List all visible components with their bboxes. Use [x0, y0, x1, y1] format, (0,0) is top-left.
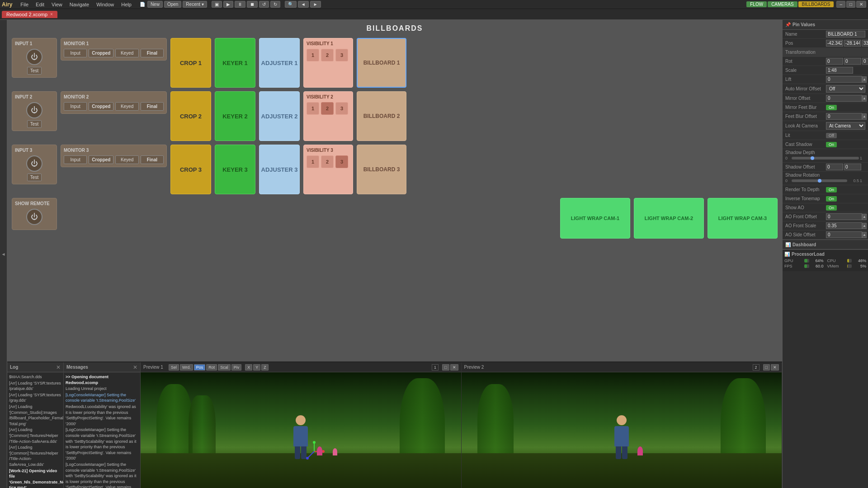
cameras-btn[interactable]: CAMERAS [768, 1, 797, 7]
billboards-btn[interactable]: BILLBOARDS [798, 1, 834, 7]
preview-1-maximize[interactable]: □ [442, 364, 449, 371]
open-button[interactable]: Open [164, 1, 181, 8]
prop-rot-y[interactable] [844, 58, 861, 65]
adjuster-1-block[interactable]: ADJUSTER 1 [259, 38, 300, 88]
menu-file[interactable]: File [17, 2, 32, 7]
toolbar-icon-2[interactable]: ▶ [223, 1, 233, 8]
pos-btn[interactable]: Pos [194, 364, 206, 371]
crop-2-block[interactable]: CROP 2 [170, 91, 211, 141]
left-panel-toggle[interactable]: ◄ [0, 20, 7, 488]
minimize-btn[interactable]: – [836, 1, 845, 8]
prop-cast-shadow-toggle[interactable]: On [826, 142, 837, 147]
z-btn[interactable]: Z [261, 364, 269, 371]
crop-1-block[interactable]: CROP 1 [170, 38, 211, 88]
toolbar-icon-4[interactable]: ⏹ [247, 1, 258, 8]
light-wrap-2-block[interactable]: LIGHT WRAP CAM-2 [634, 198, 704, 239]
maximize-btn[interactable]: □ [846, 1, 855, 8]
keyer-2-block[interactable]: KEYER 2 [215, 91, 255, 141]
prop-auto-mirror-select[interactable]: Off On [826, 85, 865, 93]
toolbar-link-right[interactable]: ► [310, 1, 321, 8]
prop-mirror-feet-blur-toggle[interactable]: On [826, 105, 837, 110]
prop-show-ao-toggle[interactable]: On [826, 205, 837, 211]
monitor-1-input-btn[interactable]: Input [64, 49, 87, 57]
vis-3-btn-3[interactable]: 3 [335, 155, 348, 168]
monitor-3-final-btn[interactable]: Final [141, 155, 164, 164]
recent-button[interactable]: Recent ▾ [183, 1, 207, 8]
toolbar-icon-1[interactable]: ▣ [212, 1, 222, 8]
prop-pos-z[interactable] [862, 40, 868, 47]
x-btn[interactable]: X [245, 364, 252, 371]
toolbar-link-left[interactable]: ◄ [298, 1, 309, 8]
mirror-offset-up-btn[interactable]: ▲ [862, 95, 867, 102]
prop-pos-x[interactable] [826, 40, 843, 47]
preview-2-maximize[interactable]: □ [763, 364, 770, 371]
feet-blur-up-btn[interactable]: ▲ [862, 113, 867, 120]
input-3-test-btn[interactable]: Test [27, 174, 42, 181]
prop-mirror-offset-input[interactable] [826, 95, 862, 102]
shadow-rotation-slider[interactable] [792, 179, 847, 182]
monitor-3-input-btn[interactable]: Input [64, 155, 87, 164]
light-wrap-3-block[interactable]: LIGHT WRAP CAM-3 [708, 198, 778, 239]
toolbar-icon-6[interactable]: ↻ [270, 1, 280, 8]
prop-rot-z[interactable] [862, 58, 868, 65]
shadow-depth-slider[interactable] [792, 157, 859, 160]
monitor-3-cropped-btn[interactable]: Cropped [89, 155, 113, 164]
menu-help[interactable]: Help [118, 2, 135, 7]
new-button[interactable]: New [147, 1, 163, 8]
monitor-1-cropped-btn[interactable]: Cropped [89, 49, 113, 57]
prop-look-at-camera-select[interactable]: At Camera Free [826, 122, 865, 130]
prop-feet-blur-offset-input[interactable] [826, 113, 862, 120]
sel-btn[interactable]: Sel [169, 364, 179, 371]
monitor-2-keyed-btn[interactable]: Keyed [115, 102, 138, 111]
billboard-1-block[interactable]: BILLBOARD 1 [357, 38, 406, 88]
adjuster-2-block[interactable]: ADJUSTER 2 [259, 91, 300, 141]
prop-render-to-depth-toggle[interactable]: On [826, 187, 837, 192]
ao-front-scale-up-btn[interactable]: ▲ [862, 223, 867, 229]
prop-name-input[interactable] [826, 31, 865, 38]
active-tab[interactable]: Redwood 2.xcomp × [2, 11, 57, 18]
vis-1-btn-1[interactable]: 1 [307, 49, 319, 61]
monitor-3-keyed-btn[interactable]: Keyed [115, 155, 138, 164]
keyer-3-block[interactable]: KEYER 3 [215, 145, 255, 194]
toolbar-icon-3[interactable]: ⏸ [235, 1, 245, 8]
crop-3-block[interactable]: CROP 3 [170, 145, 211, 194]
menu-view[interactable]: View [48, 2, 66, 7]
monitor-2-final-btn[interactable]: Final [141, 102, 164, 111]
monitor-1-keyed-btn[interactable]: Keyed [115, 49, 138, 57]
menu-edit[interactable]: Edit [32, 2, 48, 7]
input-1-power-btn[interactable]: ⏻ [26, 49, 42, 65]
vis-3-btn-2[interactable]: 2 [321, 155, 334, 168]
preview-1-close[interactable]: ✕ [450, 364, 458, 371]
preview-2-close[interactable]: ✕ [771, 364, 779, 371]
vis-2-btn-3[interactable]: 3 [335, 102, 348, 115]
rot-btn[interactable]: Rot [206, 364, 217, 371]
y-btn[interactable]: Y [253, 364, 260, 371]
vis-1-btn-2[interactable]: 2 [321, 49, 334, 61]
vis-3-btn-1[interactable]: 1 [307, 155, 319, 168]
adjuster-3-block[interactable]: ADJUSTER 3 [259, 145, 300, 194]
monitor-1-final-btn[interactable]: Final [141, 49, 164, 57]
monitor-2-input-btn[interactable]: Input [64, 102, 87, 111]
prop-ao-side-offset-input[interactable] [826, 231, 862, 238]
show-remote-power-btn[interactable]: ⏻ [26, 209, 42, 225]
prop-shadow-offset-y[interactable] [844, 164, 861, 170]
ao-front-offset-up-btn[interactable]: ▲ [862, 214, 867, 220]
monitor-2-cropped-btn[interactable]: Cropped [89, 102, 113, 111]
billboard-3-block[interactable]: BILLBOARD 3 [357, 145, 406, 194]
lift-up-btn[interactable]: ▲ [862, 76, 867, 83]
prop-inverse-tonemap-toggle[interactable]: On [826, 196, 837, 202]
prop-ao-front-scale-input[interactable] [826, 222, 862, 229]
prop-lit-toggle[interactable]: Off [826, 133, 837, 138]
light-wrap-1-block[interactable]: LIGHT WRAP CAM-1 [560, 198, 630, 239]
prop-pos-y[interactable] [844, 40, 861, 47]
prop-lift-input[interactable] [826, 76, 862, 83]
messages-panel-close[interactable]: ✕ [133, 364, 137, 371]
keyer-1-block[interactable]: KEYER 1 [215, 38, 255, 88]
vis-2-btn-2[interactable]: 2 [321, 102, 334, 115]
toolbar-icon-7[interactable]: 🔍 [285, 1, 297, 8]
wrd-btn[interactable]: Wrd. [180, 364, 193, 371]
toolbar-icon-5[interactable]: ↺ [259, 1, 269, 8]
vis-1-btn-3[interactable]: 3 [335, 49, 348, 61]
billboard-2-block[interactable]: BILLBOARD 2 [357, 91, 406, 141]
menu-navigate[interactable]: Navigate [66, 2, 93, 7]
